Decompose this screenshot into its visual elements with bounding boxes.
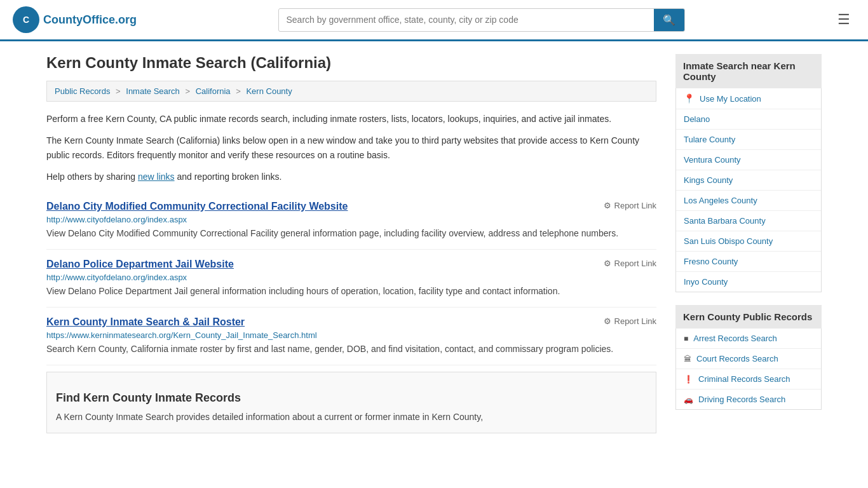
result-item: ⚙ Report Link Delano Police Department J… xyxy=(46,250,656,308)
sidebar-item-kings[interactable]: Kings County xyxy=(676,170,821,191)
report-icon-2: ⚙ xyxy=(604,259,611,268)
sidebar-nearby-title: Inmate Search near Kern County xyxy=(675,54,822,88)
sidebar-court-records[interactable]: 🏛 Court Records Search xyxy=(676,349,821,369)
svg-text:C: C xyxy=(23,15,29,25)
find-section-desc: A Kern County Inmate Search provides det… xyxy=(56,410,647,424)
report-link-button-2[interactable]: ⚙ Report Link xyxy=(604,259,656,268)
sidebar: Inmate Search near Kern County 📍 Use My … xyxy=(675,54,822,433)
hamburger-icon: ☰ xyxy=(837,11,850,27)
result-desc-1: View Delano City Modified Community Corr… xyxy=(46,227,656,240)
find-section: Find Kern County Inmate Records A Kern C… xyxy=(46,372,656,433)
report-icon-1: ⚙ xyxy=(604,201,611,210)
result-url-link-3[interactable]: https://www.kerninmatesearch.org/Kern_Co… xyxy=(46,330,317,340)
sidebar-driving-records[interactable]: 🚗 Driving Records Search xyxy=(676,390,821,409)
result-url-link-2[interactable]: http://www.cityofdelano.org/index.aspx xyxy=(46,273,187,282)
new-links-link[interactable]: new links xyxy=(138,172,175,182)
description-3: Help others by sharing new links and rep… xyxy=(46,170,656,184)
sidebar-criminal-records[interactable]: ❗ Criminal Records Search xyxy=(676,369,821,390)
search-button[interactable]: 🔍 xyxy=(654,9,684,31)
breadcrumb-california[interactable]: California xyxy=(196,86,231,96)
logo-text: CountyOffice.org xyxy=(43,13,137,27)
location-dot-icon: 📍 xyxy=(684,93,695,104)
page-title: Kern County Inmate Search (California) xyxy=(46,54,656,72)
result-desc-2: View Delano Police Department Jail gener… xyxy=(46,285,656,298)
use-my-location-link[interactable]: Use My Location xyxy=(700,94,761,104)
sidebar-item-delano[interactable]: Delano xyxy=(676,109,821,130)
results-list: ⚙ Report Link Delano City Modified Commu… xyxy=(46,192,656,365)
sidebar-public-records-title: Kern County Public Records xyxy=(675,305,822,329)
result-title-1[interactable]: Delano City Modified Community Correctio… xyxy=(46,201,656,212)
description-2: The Kern County Inmate Search (Californi… xyxy=(46,133,656,162)
search-icon: 🔍 xyxy=(663,15,675,25)
sidebar-item-inyo[interactable]: Inyo County xyxy=(676,272,821,292)
hamburger-button[interactable]: ☰ xyxy=(832,9,855,30)
sidebar-item-los-angeles[interactable]: Los Angeles County xyxy=(676,191,821,211)
result-url-1: http://www.cityofdelano.org/index.aspx xyxy=(46,215,656,224)
sidebar-public-records-list: ■ Arrest Records Search 🏛 Court Records … xyxy=(675,329,822,410)
sidebar-item-santa-barbara[interactable]: Santa Barbara County xyxy=(676,211,821,231)
breadcrumb-sep-3: > xyxy=(236,86,243,96)
result-title-2[interactable]: Delano Police Department Jail Website xyxy=(46,259,656,270)
description-1: Perform a free Kern County, CA public in… xyxy=(46,112,656,126)
result-url-3: https://www.kerninmatesearch.org/Kern_Co… xyxy=(46,330,656,340)
result-title-3[interactable]: Kern County Inmate Search & Jail Roster xyxy=(46,316,656,328)
driving-records-icon: 🚗 xyxy=(684,395,693,404)
arrest-records-icon: ■ xyxy=(684,334,688,343)
result-item: ⚙ Report Link Delano City Modified Commu… xyxy=(46,192,656,250)
court-records-icon: 🏛 xyxy=(684,355,691,363)
sidebar-use-location[interactable]: 📍 Use My Location xyxy=(676,88,821,109)
result-item: ⚙ Report Link Kern County Inmate Search … xyxy=(46,308,656,365)
breadcrumb: Public Records > Inmate Search > Califor… xyxy=(46,81,656,102)
sidebar-item-ventura[interactable]: Ventura County xyxy=(676,150,821,170)
sidebar-nearby-list: 📍 Use My Location Delano Tulare County V… xyxy=(675,88,822,292)
report-link-button-3[interactable]: ⚙ Report Link xyxy=(604,316,656,326)
breadcrumb-kern-county[interactable]: Kern County xyxy=(246,86,292,96)
sidebar-item-fresno[interactable]: Fresno County xyxy=(676,252,821,272)
sidebar-arrest-records[interactable]: ■ Arrest Records Search xyxy=(676,329,821,349)
report-icon-3: ⚙ xyxy=(604,316,611,326)
sidebar-item-san-luis-obispo[interactable]: San Luis Obispo County xyxy=(676,231,821,252)
breadcrumb-inmate-search[interactable]: Inmate Search xyxy=(126,86,180,96)
logo[interactable]: C CountyOffice.org xyxy=(13,6,137,33)
logo-icon: C xyxy=(13,6,39,33)
search-bar: 🔍 xyxy=(278,8,685,32)
result-url-link-1[interactable]: http://www.cityofdelano.org/index.aspx xyxy=(46,215,187,224)
find-section-title: Find Kern County Inmate Records xyxy=(56,391,647,405)
breadcrumb-sep-2: > xyxy=(185,86,192,96)
search-input[interactable] xyxy=(279,10,654,30)
breadcrumb-public-records[interactable]: Public Records xyxy=(55,86,110,96)
criminal-records-icon: ❗ xyxy=(684,375,693,384)
report-link-button-1[interactable]: ⚙ Report Link xyxy=(604,201,656,210)
result-url-2: http://www.cityofdelano.org/index.aspx xyxy=(46,273,656,282)
sidebar-item-tulare[interactable]: Tulare County xyxy=(676,130,821,150)
breadcrumb-sep-1: > xyxy=(116,86,123,96)
result-desc-3: Search Kern County, California inmate ro… xyxy=(46,342,656,356)
